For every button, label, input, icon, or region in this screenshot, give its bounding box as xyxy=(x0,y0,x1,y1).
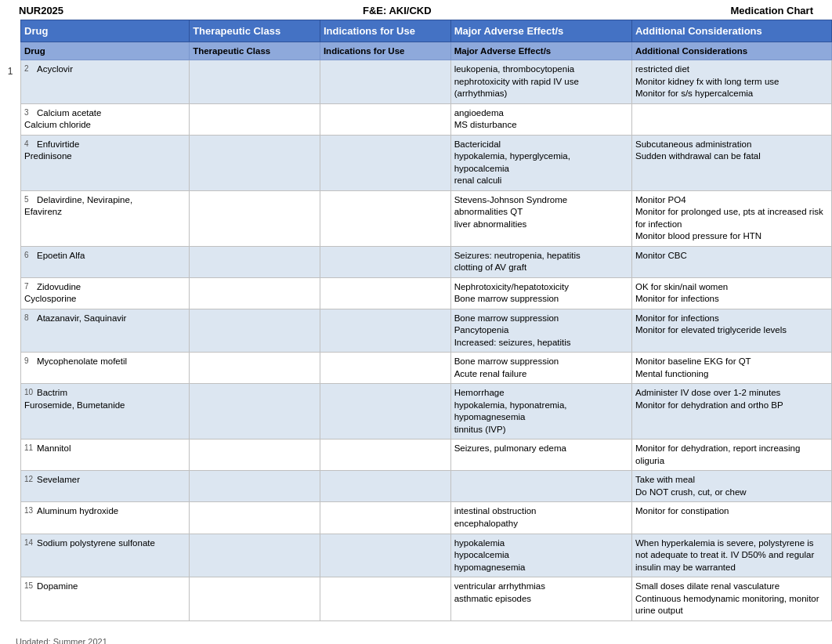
cell-mae: hypokalemia hypocalcemia hypomagnesemia xyxy=(450,534,631,577)
cell-tc xyxy=(190,277,320,309)
cell-drug: 15Dopamine xyxy=(21,577,190,621)
table-row: 7Zidovudine CyclosporineNephrotoxicity/h… xyxy=(21,277,832,309)
table-row: 12SevelamerTake with meal Do NOT crush, … xyxy=(21,471,832,502)
side-numbers: 1 xyxy=(3,20,17,76)
cell-ac: Monitor CBC xyxy=(631,246,831,277)
cell-drug: 11Mannitol xyxy=(21,440,190,471)
medication-table: Drug Therapeutic Class Indications for U… xyxy=(20,20,832,621)
cell-mae: Seizures: neutropenia, hepatitis clottin… xyxy=(450,246,631,277)
table-row: 6Epoetin AlfaSeizures: neutropenia, hepa… xyxy=(21,246,832,277)
cell-drug: 13Aluminum hydroxide xyxy=(21,502,190,534)
table-row: 14Sodium polystyrene sulfonatehypokalemi… xyxy=(21,534,832,577)
cell-mae xyxy=(450,471,631,502)
cell-drug: 6Epoetin Alfa xyxy=(21,246,190,277)
col-tc-h2: Therapeutic Class xyxy=(190,42,320,60)
cell-tc xyxy=(190,534,320,577)
cell-tc xyxy=(190,502,320,534)
cell-tc xyxy=(190,384,320,440)
col-tc-h1: Therapeutic Class xyxy=(190,20,320,42)
table-row: 2Acyclovirleukopenia, thrombocytopenia n… xyxy=(21,60,832,104)
col-mae-h2: Major Adverse Effect/s xyxy=(450,42,631,60)
cell-ind xyxy=(320,502,450,534)
cell-ac: Monitor for infections Monitor for eleva… xyxy=(631,309,831,353)
header-center: F&E: AKI/CKD xyxy=(363,5,432,16)
cell-ind xyxy=(320,353,450,384)
table-row: 13Aluminum hydroxideintestinal obstructi… xyxy=(21,502,832,534)
cell-ac: When hyperkalemia is severe, polystyrene… xyxy=(631,534,831,577)
cell-mae: leukopenia, thrombocytopenia nephrotoxic… xyxy=(450,60,631,104)
main-table-wrap: Drug Therapeutic Class Indications for U… xyxy=(20,20,832,621)
cell-mae: Seizures, pulmonary edema xyxy=(450,440,631,471)
cell-ind xyxy=(320,190,450,246)
cell-tc xyxy=(190,60,320,104)
cell-ac: Small doses dilate renal vasculature Con… xyxy=(631,577,831,621)
cell-ind xyxy=(320,577,450,621)
table-row: 5Delavirdine, Nevirapine, EfavirenzSteve… xyxy=(21,190,832,246)
cell-ac: OK for skin/nail women Monitor for infec… xyxy=(631,277,831,309)
cell-ac: restricted diet Monitor kidney fx with l… xyxy=(631,60,831,104)
content-area: 1 Drug Therapeutic Class Indications for… xyxy=(0,20,832,621)
header-row-2: Drug Therapeutic Class Indications for U… xyxy=(21,42,832,60)
cell-drug: 2Acyclovir xyxy=(21,60,190,104)
cell-ind xyxy=(320,246,450,277)
cell-tc xyxy=(190,353,320,384)
cell-ind xyxy=(320,440,450,471)
cell-mae: intestinal obstruction encephalopathy xyxy=(450,502,631,534)
cell-ac: Monitor PO4 Monitor for prolonged use, p… xyxy=(631,190,831,246)
cell-drug: 12Sevelamer xyxy=(21,471,190,502)
cell-mae: Hemorrhage hypokalemia, hyponatremia, hy… xyxy=(450,384,631,440)
cell-mae: angioedema MS disturbance xyxy=(450,103,631,135)
cell-drug: 14Sodium polystyrene sulfonate xyxy=(21,534,190,577)
table-row: 11MannitolSeizures, pulmonary edemaMonit… xyxy=(21,440,832,471)
table-row: 15Dopamineventricular arrhythmias asthma… xyxy=(21,577,832,621)
col-ind-h1: Indications for Use xyxy=(320,20,450,42)
cell-mae: Nephrotoxicity/hepatotoxicity Bone marro… xyxy=(450,277,631,309)
footer: Updated: Summer 2021 xyxy=(0,629,832,644)
cell-mae: Bone marrow suppression Pancytopenia Inc… xyxy=(450,309,631,353)
col-ac-h1: Additional Considerations xyxy=(631,20,831,42)
cell-mae: ventricular arrhythmias asthmatic episod… xyxy=(450,577,631,621)
cell-ac: Monitor for constipation xyxy=(631,502,831,534)
cell-ac: Monitor for dehydration, report increasi… xyxy=(631,440,831,471)
top-header: NUR2025 F&E: AKI/CKD Medication Chart xyxy=(0,0,832,20)
col-drug-h2: Drug xyxy=(21,42,190,60)
header-left: NUR2025 xyxy=(19,5,63,16)
table-row: 10Bactrim Furosemide, BumetanideHemorrha… xyxy=(21,384,832,440)
cell-tc xyxy=(190,135,320,190)
cell-drug: 4Enfuvirtide Predinisone xyxy=(21,135,190,190)
col-ind-h2: Indications for Use xyxy=(320,42,450,60)
cell-tc xyxy=(190,309,320,353)
cell-mae: Bone marrow suppression Acute renal fail… xyxy=(450,353,631,384)
cell-ac: Subcutaneous administration Sudden withd… xyxy=(631,135,831,190)
table-row: 9Mycophenolate mofetilBone marrow suppre… xyxy=(21,353,832,384)
cell-tc xyxy=(190,190,320,246)
cell-ind xyxy=(320,471,450,502)
col-ac-h2: Additional Considerations xyxy=(631,42,831,60)
cell-ind xyxy=(320,309,450,353)
cell-drug: 9Mycophenolate mofetil xyxy=(21,353,190,384)
page-num: 1 xyxy=(3,67,17,76)
cell-ind xyxy=(320,534,450,577)
updated-label: Updated: Summer 2021 xyxy=(16,637,107,644)
cell-ind xyxy=(320,277,450,309)
cell-tc xyxy=(190,103,320,135)
cell-drug: 10Bactrim Furosemide, Bumetanide xyxy=(21,384,190,440)
table-row: 3Calcium acetate Calcium chlorideangioed… xyxy=(21,103,832,135)
table-row: 8Atazanavir, SaquinavirBone marrow suppr… xyxy=(21,309,832,353)
cell-mae: Stevens-Johnson Syndrome abnormalities Q… xyxy=(450,190,631,246)
cell-tc xyxy=(190,471,320,502)
cell-ind xyxy=(320,135,450,190)
cell-drug: 5Delavirdine, Nevirapine, Efavirenz xyxy=(21,190,190,246)
cell-ind xyxy=(320,384,450,440)
cell-ind xyxy=(320,60,450,104)
cell-drug: 8Atazanavir, Saquinavir xyxy=(21,309,190,353)
table-row: 4Enfuvirtide PredinisoneBactericidal hyp… xyxy=(21,135,832,190)
cell-mae: Bactericidal hypokalemia, hyperglycemia,… xyxy=(450,135,631,190)
cell-ac xyxy=(631,103,831,135)
cell-ac: Monitor baseline EKG for QT Mental funct… xyxy=(631,353,831,384)
cell-tc xyxy=(190,440,320,471)
col-mae-h1: Major Adverse Effect/s xyxy=(450,20,631,42)
cell-drug: 7Zidovudine Cyclosporine xyxy=(21,277,190,309)
col-drug-h1: Drug xyxy=(21,20,190,42)
cell-ac: Take with meal Do NOT crush, cut, or che… xyxy=(631,471,831,502)
